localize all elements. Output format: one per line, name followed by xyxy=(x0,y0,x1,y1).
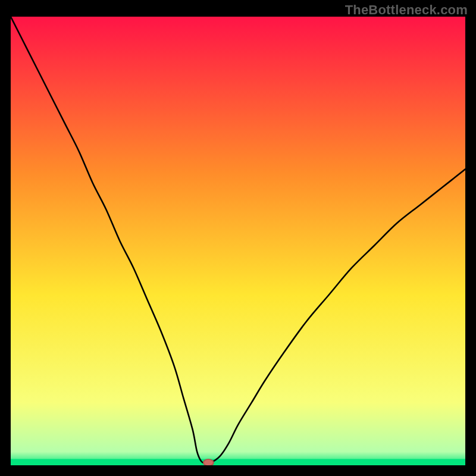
optimum-marker xyxy=(203,459,214,465)
bottom-green-band xyxy=(11,459,465,465)
chart-frame: TheBottleneck.com xyxy=(0,0,476,476)
gradient-background xyxy=(11,17,465,465)
plot-area xyxy=(11,17,465,465)
plot-svg xyxy=(11,17,465,465)
watermark-label: TheBottleneck.com xyxy=(345,2,468,18)
